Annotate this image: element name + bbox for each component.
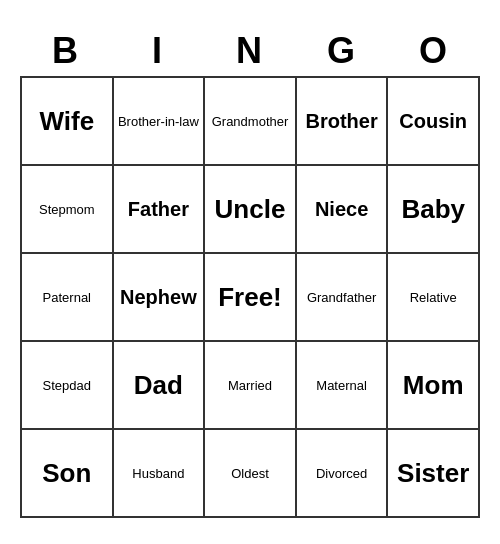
bingo-cell: Uncle (205, 166, 297, 254)
bingo-cell: Wife (22, 78, 114, 166)
bingo-card: BINGO WifeBrother-in-lawGrandmotherBroth… (20, 26, 480, 518)
bingo-cell: Stepmom (22, 166, 114, 254)
bingo-cell: Husband (114, 430, 206, 518)
bingo-cell: Baby (388, 166, 480, 254)
bingo-cell: Maternal (297, 342, 389, 430)
bingo-cell: Grandmother (205, 78, 297, 166)
bingo-cell: Brother (297, 78, 389, 166)
header-letter: B (20, 26, 112, 76)
header-letter: I (112, 26, 204, 76)
bingo-grid: WifeBrother-in-lawGrandmotherBrotherCous… (20, 76, 480, 518)
bingo-cell: Dad (114, 342, 206, 430)
header-letter: G (296, 26, 388, 76)
bingo-cell: Brother-in-law (114, 78, 206, 166)
bingo-cell: Grandfather (297, 254, 389, 342)
bingo-cell: Father (114, 166, 206, 254)
bingo-cell: Sister (388, 430, 480, 518)
bingo-cell: Stepdad (22, 342, 114, 430)
bingo-cell: Niece (297, 166, 389, 254)
bingo-cell: Married (205, 342, 297, 430)
bingo-cell: Oldest (205, 430, 297, 518)
bingo-cell: Paternal (22, 254, 114, 342)
bingo-header: BINGO (20, 26, 480, 76)
bingo-cell: Relative (388, 254, 480, 342)
bingo-cell: Divorced (297, 430, 389, 518)
bingo-cell: Son (22, 430, 114, 518)
header-letter: O (388, 26, 480, 76)
bingo-cell: Mom (388, 342, 480, 430)
header-letter: N (204, 26, 296, 76)
bingo-cell: Nephew (114, 254, 206, 342)
bingo-cell: Cousin (388, 78, 480, 166)
bingo-cell: Free! (205, 254, 297, 342)
